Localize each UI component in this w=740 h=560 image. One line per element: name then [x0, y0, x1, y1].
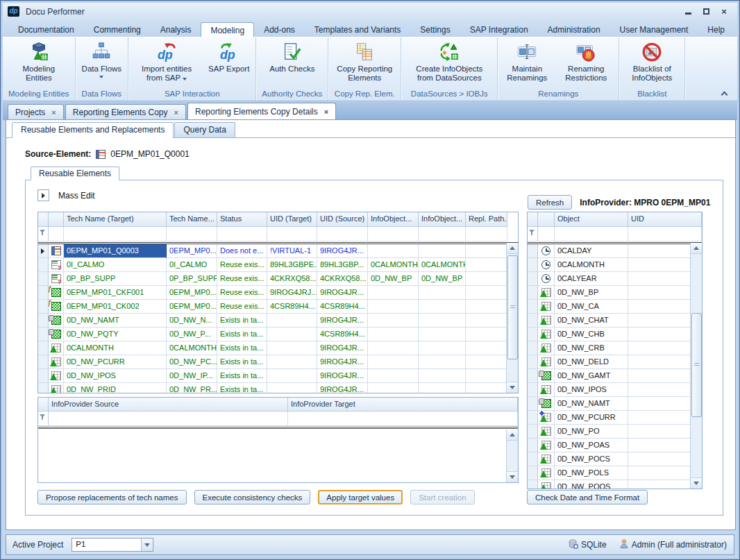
- chevron-down-icon[interactable]: [141, 538, 153, 551]
- ribbon-tab[interactable]: Modeling: [201, 22, 254, 37]
- vertical-scrollbar[interactable]: [690, 243, 702, 489]
- ribbon-tab[interactable]: Templates and Variants: [305, 22, 411, 37]
- column-header[interactable]: UID: [628, 212, 702, 227]
- document-tab-strip: Projects × Reporting Elements Copy × Rep…: [3, 102, 737, 120]
- ribbon-tab[interactable]: SAP Integration: [460, 22, 538, 37]
- vertical-scrollbar[interactable]: [506, 243, 518, 393]
- scroll-down-icon[interactable]: [507, 382, 519, 393]
- column-header[interactable]: Status: [217, 212, 267, 227]
- table-row[interactable]: 0D_NW_GAMT: [528, 369, 702, 383]
- active-project-combobox[interactable]: P1: [72, 538, 153, 552]
- column-header[interactable]: UID (Source): [317, 212, 368, 227]
- vertical-scrollbar[interactable]: [506, 430, 518, 482]
- check-date-time-format-button[interactable]: Check Date and Time Format: [527, 490, 648, 504]
- table-row[interactable]: 0CALMONTH 0CALMONTH Exists in ta... 9IRO…: [38, 341, 518, 355]
- blacklist-infoobjects-button[interactable]: Blacklist of InfoObjects: [622, 40, 682, 84]
- table-row[interactable]: 0CALYEAR: [528, 272, 702, 286]
- create-infoobjects-button[interactable]: Create InfoObjects from DataSources: [404, 40, 494, 84]
- scroll-up-icon[interactable]: [507, 243, 519, 254]
- table-row[interactable]: 0D_NW_CA: [528, 300, 702, 314]
- ribbon-tab[interactable]: Commenting: [84, 22, 151, 37]
- minimize-button[interactable]: [682, 7, 694, 17]
- column-header[interactable]: Tech Name (Target): [64, 212, 167, 227]
- tab-reusable-elements[interactable]: Reusable Elements: [31, 167, 119, 180]
- sap-export-button[interactable]: dp SAP Export: [205, 40, 253, 75]
- table-row[interactable]: 0D_NW_BP: [528, 286, 702, 300]
- import-entities-from-sap-button[interactable]: dp Import entities from SAP: [131, 40, 202, 84]
- tab-reporting-elements-copy[interactable]: Reporting Elements Copy ×: [65, 104, 186, 120]
- table-row[interactable]: 0D_NW_CRB: [528, 341, 702, 355]
- table-row[interactable]: 0I_CALMO 0I_CALMO Reuse exis... 89HL3GBP…: [38, 258, 518, 272]
- scrollbar-thumb[interactable]: [691, 313, 702, 417]
- column-header[interactable]: Repl. Path...: [466, 212, 507, 227]
- action-button[interactable]: Execute consistency checks: [194, 490, 311, 504]
- table-row[interactable]: 0D_NW_CHAT: [528, 314, 702, 328]
- column-header[interactable]: InfoProvider Source: [49, 398, 288, 411]
- renaming-restrictions-button[interactable]: Renaming Restrictions: [556, 40, 616, 84]
- close-icon[interactable]: ×: [51, 109, 56, 116]
- filter-row[interactable]: [38, 227, 518, 244]
- column-header[interactable]: InfoObject...: [419, 212, 466, 227]
- table-row[interactable]: 0D_NW_IPOS 0D_NW_IP... Exists in ta... 9…: [38, 369, 518, 383]
- table-row[interactable]: 0D_NW_CHB: [528, 328, 702, 341]
- action-button[interactable]: Start creation: [410, 490, 474, 504]
- copy-reporting-elements-button[interactable]: Copy Reporting Elements: [331, 40, 398, 84]
- tab-reporting-elements-copy-details[interactable]: Reporting Elements Copy Details ×: [187, 103, 336, 120]
- maintain-renamings-button[interactable]: Maintain Renamings: [501, 40, 553, 84]
- table-row[interactable]: 0D_NW_PCURR 0D_NW_PC... Exists in ta... …: [38, 355, 518, 369]
- table-row[interactable]: 0EPM_MP01_Q0003 0EPM_MP0... Does not e..…: [38, 244, 518, 258]
- entity-icon: [541, 413, 551, 422]
- scroll-up-icon[interactable]: [691, 243, 703, 254]
- column-header[interactable]: InfoProvider Target: [288, 398, 518, 411]
- table-row[interactable]: 0D_NW_NAMT: [528, 397, 702, 411]
- table-row[interactable]: 0D_NW_IPOS: [528, 383, 702, 397]
- filter-row[interactable]: [38, 411, 518, 429]
- table-row[interactable]: 0P_BP_SUPP 0P_BP_SUPP Reuse exis... 4CKR…: [38, 272, 518, 286]
- table-row[interactable]: 0CALMONTH: [528, 258, 702, 272]
- ribbon-tab[interactable]: Settings: [410, 22, 460, 37]
- column-header[interactable]: UID (Target): [267, 212, 317, 227]
- table-row[interactable]: 0D_NW_POAS: [528, 439, 702, 452]
- modeling-entities-button[interactable]: Modeling Entities: [14, 40, 64, 84]
- table-row[interactable]: 0D_NW_PQTY 0D_NW_P... Exists in ta... 4C…: [38, 328, 518, 341]
- table-row[interactable]: 0CALDAY: [528, 244, 702, 258]
- expander-arrow-icon[interactable]: [37, 189, 49, 201]
- tab-query-data[interactable]: Query Data: [174, 122, 235, 137]
- close-icon[interactable]: ×: [174, 109, 178, 116]
- maximize-button[interactable]: [700, 7, 712, 17]
- table-row[interactable]: 0D_NW_POLS: [528, 466, 702, 480]
- table-row[interactable]: 0D_NW_PO: [528, 425, 702, 439]
- data-flows-button[interactable]: Data Flows: [78, 40, 126, 80]
- table-row[interactable]: 0D_NW_DELD: [528, 355, 702, 369]
- scroll-down-icon[interactable]: [691, 477, 703, 489]
- scroll-up-icon[interactable]: [507, 430, 519, 441]
- action-button[interactable]: Apply target values: [318, 490, 403, 504]
- table-row[interactable]: 0D_NW_NAMT 0D_NW_N... Exists in ta... 9I…: [38, 314, 518, 328]
- ribbon-tab[interactable]: Administration: [538, 22, 610, 37]
- filter-row[interactable]: [528, 227, 702, 244]
- column-header[interactable]: Object: [555, 212, 628, 227]
- tab-reusable-elements-and-replacements[interactable]: Reusable Elements and Replacements: [12, 122, 174, 138]
- refresh-button[interactable]: Refresh: [528, 195, 572, 210]
- table-row[interactable]: 0EPM_MP01_CK002 0EPM_MP0... Reuse exis..…: [38, 300, 518, 314]
- close-button[interactable]: ×: [718, 7, 730, 17]
- table-row[interactable]: 0D_NW_POOS: [528, 480, 702, 489]
- scroll-down-icon[interactable]: [507, 471, 519, 482]
- ribbon-tab[interactable]: Analysis: [151, 22, 201, 37]
- table-row[interactable]: 0EPM_MP01_CKF001 0EPM_MP0... Reuse exis.…: [38, 286, 518, 300]
- table-row[interactable]: 0D_NW_PRID 0D_NW_PR... Exists in ta... 9…: [38, 383, 518, 393]
- ribbon-tab[interactable]: Add-ons: [254, 22, 305, 37]
- action-button[interactable]: Propose replacements of tech names: [37, 490, 187, 504]
- auth-checks-button[interactable]: Auth Checks: [266, 40, 318, 75]
- ribbon-tab[interactable]: User Management: [610, 22, 698, 37]
- ribbon-tab[interactable]: Documentation: [8, 22, 84, 37]
- scrollbar-thumb[interactable]: [507, 255, 518, 359]
- table-row[interactable]: 0D_NW_POCS: [528, 452, 702, 466]
- close-icon[interactable]: ×: [324, 108, 328, 115]
- ribbon-collapse-chevron-icon[interactable]: [721, 90, 728, 96]
- column-header[interactable]: InfoObject...: [368, 212, 419, 227]
- column-header[interactable]: Tech Name...: [167, 212, 217, 227]
- ribbon-tab[interactable]: Help: [698, 22, 734, 37]
- table-row[interactable]: 0D_NW_PCURR: [528, 411, 702, 425]
- tab-projects[interactable]: Projects ×: [8, 104, 64, 120]
